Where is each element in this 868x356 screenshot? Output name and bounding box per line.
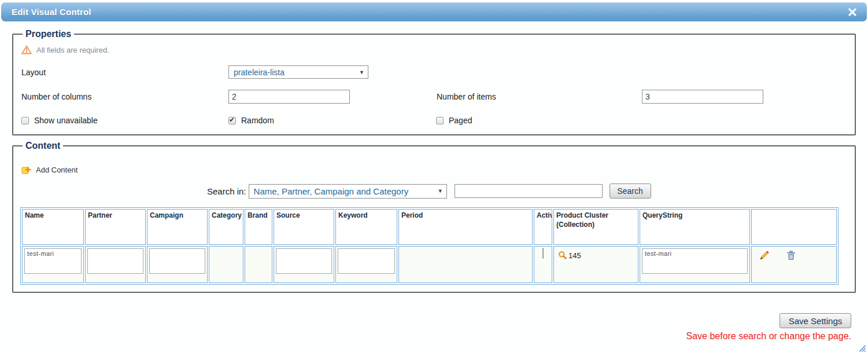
paged-checkbox[interactable] <box>436 117 444 124</box>
number-of-items-input[interactable] <box>642 90 763 104</box>
chevron-down-icon: ▼ <box>359 69 364 75</box>
delete-row-button[interactable] <box>786 251 796 260</box>
content-fieldset: Content Add Content Search in: Name, Par… <box>12 141 856 293</box>
row-name-textarea[interactable]: test-mari <box>24 248 82 274</box>
col-header-partner: Partner <box>85 209 146 245</box>
search-input[interactable] <box>455 184 603 198</box>
dialog-title: Edit Visual Control <box>12 7 91 17</box>
table-header-row: Name Partner Campaign Category Brand Sou… <box>22 209 837 245</box>
row-querystring-textarea[interactable]: test-mari <box>642 248 748 274</box>
layout-select[interactable]: prateleira-lista ▼ <box>228 65 368 79</box>
number-of-columns-label: Number of columns <box>21 92 228 101</box>
row-keyword-textarea[interactable] <box>338 248 395 274</box>
number-of-columns-input[interactable] <box>228 90 350 104</box>
col-header-active: Activ <box>534 209 552 245</box>
col-header-querystring: QueryString <box>640 209 750 245</box>
save-settings-button[interactable]: Save Settings <box>780 313 851 328</box>
close-button[interactable] <box>847 7 858 17</box>
add-content-icon <box>21 165 31 174</box>
pencil-icon <box>759 251 769 260</box>
layout-label: Layout <box>21 68 228 77</box>
row-source-textarea[interactable] <box>276 248 332 274</box>
product-cluster-search-button[interactable] <box>558 251 567 260</box>
add-content-label: Add Content <box>36 166 77 174</box>
chevron-down-icon: ▼ <box>438 188 443 194</box>
content-legend: Content <box>23 141 63 151</box>
row-category-cell <box>209 246 243 283</box>
properties-legend: Properties <box>23 29 74 39</box>
content-table: Name Partner Campaign Category Brand Sou… <box>20 207 839 285</box>
search-scope-select[interactable]: Name, Partner, Campaign and Category ▼ <box>249 184 447 199</box>
random-checkbox[interactable] <box>228 117 236 124</box>
col-header-actions <box>751 209 837 245</box>
paged-label: Paged <box>449 116 472 125</box>
layout-select-value: prateleira-lista <box>234 68 356 77</box>
product-cluster-count: 145 <box>568 251 581 260</box>
resize-handle[interactable] <box>858 344 866 355</box>
required-fields-text: All fields are required. <box>36 46 109 54</box>
dialog-titlebar: Edit Visual Control <box>1 2 867 21</box>
col-header-campaign: Campaign <box>147 209 208 245</box>
random-label: Ramdom <box>241 116 274 125</box>
col-header-product-cluster: Product Cluster (Collection) <box>553 209 638 245</box>
properties-fieldset: Properties All fields are required. Layo… <box>12 29 856 135</box>
col-header-period: Period <box>398 209 533 245</box>
row-active-checkbox[interactable] <box>542 248 544 259</box>
col-header-source: Source <box>274 209 334 245</box>
edit-visual-control-dialog: Edit Visual Control Properties All field… <box>0 0 868 356</box>
show-unavailable-label: Show unavailable <box>34 116 98 125</box>
save-warning-text: Save before search or change the page. <box>686 331 851 342</box>
trash-icon <box>786 251 796 260</box>
col-header-name: Name <box>22 209 84 245</box>
row-period-cell <box>398 246 533 283</box>
edit-row-button[interactable] <box>759 251 769 260</box>
close-icon <box>848 8 856 16</box>
show-unavailable-checkbox[interactable] <box>21 117 29 124</box>
col-header-brand: Brand <box>245 209 272 245</box>
col-header-keyword: Keyword <box>335 209 397 245</box>
search-scope-value: Name, Partner, Campaign and Category <box>254 186 434 196</box>
magnifier-icon <box>558 251 567 260</box>
table-row: test-mari <box>22 246 837 283</box>
warning-icon <box>21 45 32 54</box>
search-in-label: Search in: <box>207 186 246 196</box>
number-of-items-label: Number of items <box>437 92 642 101</box>
row-campaign-textarea[interactable] <box>149 248 205 274</box>
search-button[interactable]: Search <box>610 183 651 199</box>
row-partner-textarea[interactable] <box>87 248 143 274</box>
add-content-button[interactable]: Add Content <box>21 165 848 174</box>
col-header-category: Category <box>209 209 243 245</box>
resize-grip-icon <box>858 344 866 353</box>
required-fields-warning: All fields are required. <box>21 45 848 54</box>
row-brand-cell <box>245 246 272 283</box>
